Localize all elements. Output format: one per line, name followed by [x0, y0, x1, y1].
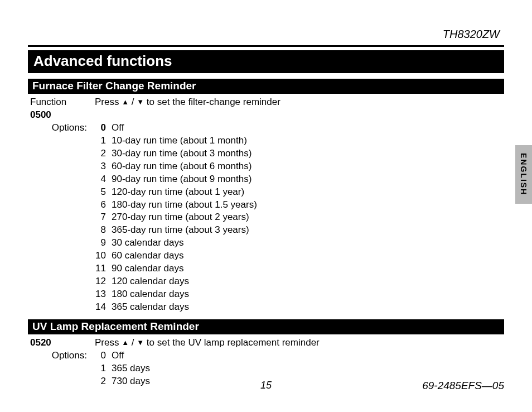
page-number: 15 — [260, 380, 272, 391]
triangle-down-icon: ▼ — [137, 338, 144, 348]
option-row: 490-day run time (about 9 months) — [95, 173, 504, 186]
triangle-down-icon: ▼ — [137, 97, 144, 107]
option-row: 13180 calendar days — [95, 288, 504, 301]
function-block-0500: Function 0500 Press ▲ / ▼ to set the fil… — [28, 96, 504, 314]
triangle-up-icon: ▲ — [122, 338, 129, 348]
options-list-0500: 0Off 110-day run time (about 1 month) 23… — [95, 122, 504, 314]
section-heading-uvlamp: UV Lamp Replacement Reminder — [28, 319, 504, 334]
header-rule — [28, 45, 504, 47]
triangle-up-icon: ▲ — [122, 97, 129, 107]
function-number: 0500 — [30, 109, 95, 122]
page-title: Advanced functions — [28, 50, 504, 73]
option-row: 360-day run time (about 6 months) — [95, 160, 504, 173]
section-heading-filter: Furnace Filter Change Reminder — [28, 79, 504, 94]
option-row: 14365 calendar days — [95, 301, 504, 314]
option-row: 6180-day run time (about 1.5 years) — [95, 199, 504, 212]
option-row: 230-day run time (about 3 months) — [95, 147, 504, 160]
options-label: Options: — [28, 122, 95, 314]
model-number: TH8320ZW — [28, 28, 504, 41]
option-row: 8365-day run time (about 3 years) — [95, 224, 504, 237]
document-number: 69-2485EFS—05 — [422, 380, 504, 392]
option-row: 12120 calendar days — [95, 275, 504, 288]
option-row: 1060 calendar days — [95, 250, 504, 262]
option-row: 0Off — [95, 122, 504, 135]
function-label: Function — [30, 96, 95, 109]
option-row: 5120-day run time (about 1 year) — [95, 186, 504, 199]
instruction-text: Press ▲ / ▼ to set the filter-change rem… — [95, 96, 504, 122]
function-number: 0520 — [30, 337, 95, 349]
option-row: 1190 calendar days — [95, 262, 504, 275]
option-row: 0Off — [95, 349, 504, 362]
option-row: 1365 days — [95, 362, 504, 375]
instruction-text: Press ▲ / ▼ to set the UV lamp replaceme… — [95, 337, 504, 349]
option-row: 110-day run time (about 1 month) — [95, 135, 504, 147]
language-tab: ENGLISH — [515, 145, 532, 204]
language-label: ENGLISH — [519, 153, 528, 195]
option-row: 930 calendar days — [95, 237, 504, 250]
option-row: 7270-day run time (about 2 years) — [95, 211, 504, 224]
